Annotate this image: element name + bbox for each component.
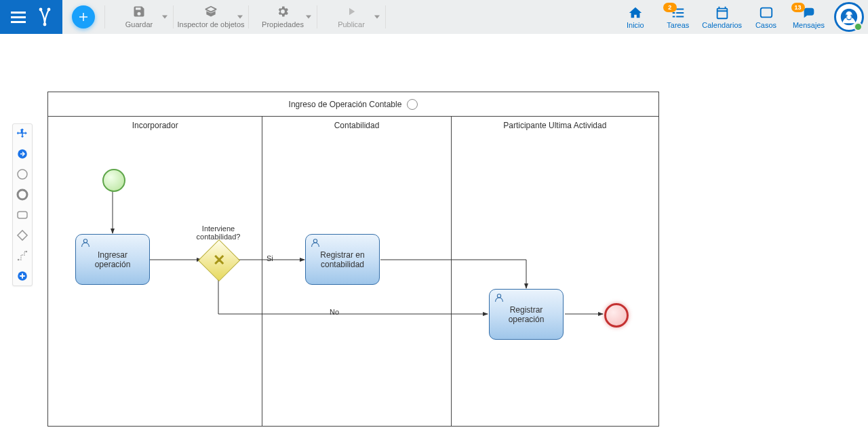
box-icon [204,5,218,18]
chevron-down-icon[interactable] [162,16,167,19]
play-icon [345,5,357,18]
end-event-tool-icon[interactable] [16,188,29,201]
home-icon [628,5,643,21]
save-button[interactable]: Guardar [105,0,173,34]
properties-label: Propiedades [262,20,304,28]
app-header [0,0,62,34]
gateway-tool-icon[interactable] [16,229,29,242]
start-event-tool-icon[interactable] [16,167,29,181]
flow-label-si: Si [267,254,273,262]
user-icon [80,237,91,250]
lane-title: Incorporador [48,121,262,130]
pool-title: Ingreso de Operación Contable [48,92,658,117]
svg-rect-12 [18,212,27,218]
save-label: Guardar [125,20,153,28]
pool-title-text: Ingreso de Operación Contable [289,100,402,109]
add-button[interactable] [72,5,95,28]
shape-palette [12,123,33,286]
nav-right: Inicio 2 Tareas Calendarios Casos 13 Men… [614,0,868,34]
svg-point-8 [850,15,852,16]
nav-calendars-label: Calendarios [702,21,742,29]
bpmn-pool[interactable]: Ingreso de Operación Contable Incorporad… [47,92,659,427]
gateway-label: Interviene contabilidad? [188,224,249,241]
svg-rect-13 [18,231,27,240]
properties-button[interactable]: Propiedades [249,0,317,34]
cases-icon [759,5,774,21]
nav-cases-label: Casos [755,21,776,29]
x-icon: ✕ [213,252,225,269]
inspector-label: Inspector de objetos [177,20,244,28]
add-tool-icon[interactable] [16,269,29,283]
task-label: Registrar en contabilidad [310,250,375,269]
user-avatar[interactable] [830,0,868,34]
flow-label-no: No [330,308,339,316]
lane-title: Participante Ultima Actividad [452,121,658,130]
svg-rect-3 [760,8,772,18]
move-tool-icon[interactable] [16,127,29,140]
app-logo-icon[interactable] [34,5,56,29]
nav-calendars[interactable]: Calendarios [699,0,745,34]
svg-point-14 [18,259,19,260]
task-label: Registrar operación [494,305,559,324]
nav-tasks-label: Tareas [667,21,689,29]
task-label: Ingresar operación [80,250,145,269]
svg-point-5 [846,12,852,18]
calendar-icon [715,5,730,21]
arrow-tool-icon[interactable] [16,147,29,161]
svg-point-10 [18,170,27,179]
save-icon [132,5,146,18]
canvas[interactable]: Ingreso de Operación Contable Incorporad… [0,34,868,434]
svg-point-19 [497,294,500,298]
chevron-down-icon[interactable] [306,16,311,19]
tasks-badge: 2 [663,3,677,12]
gear-icon [276,5,290,18]
task-registrar-contabilidad[interactable]: Registrar en contabilidad [305,234,380,285]
user-icon [310,237,321,250]
nav-cases[interactable]: Casos [745,0,787,34]
menu-button[interactable] [7,7,30,27]
svg-point-7 [846,15,847,16]
inspector-button[interactable]: Inspector de objetos [174,0,248,34]
connector-tool-icon[interactable] [16,249,29,262]
spacer [386,0,614,34]
presence-indicator [854,22,863,31]
start-event[interactable] [102,169,125,192]
messages-badge: 13 [791,3,805,12]
task-registrar-operacion[interactable]: Registrar operación [489,289,564,340]
chevron-down-icon[interactable] [237,16,243,19]
top-toolbar: Guardar Inspector de objetos Propiedades… [0,0,868,35]
svg-point-11 [18,190,27,199]
task-tool-icon[interactable] [16,208,29,222]
chevron-down-icon[interactable] [374,16,380,19]
lane-participante[interactable]: Participante Ultima Actividad [452,117,658,427]
end-event[interactable] [604,303,629,328]
publish-label: Publicar [338,20,365,28]
nav-tasks[interactable]: 2 Tareas [656,0,699,34]
circle-icon [407,99,418,110]
nav-messages-label: Mensajes [793,21,825,29]
svg-point-18 [313,239,317,243]
nav-home[interactable]: Inicio [614,0,656,34]
lane-title: Contabilidad [262,121,450,130]
task-ingresar-operacion[interactable]: Ingresar operación [75,234,150,285]
svg-point-15 [26,251,27,252]
user-icon [494,292,505,305]
publish-button[interactable]: Publicar [317,0,385,34]
nav-messages[interactable]: 13 Mensajes [787,0,830,34]
nav-home-label: Inicio [627,21,644,29]
svg-point-17 [83,239,87,243]
